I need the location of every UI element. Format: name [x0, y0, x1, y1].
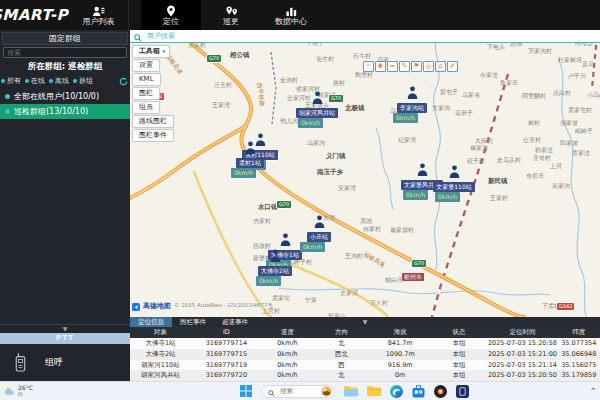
table-cell: 1090.7m	[370, 349, 431, 360]
table-cell: 0km/h	[262, 338, 314, 349]
filter-2[interactable]: 离线	[49, 76, 69, 86]
user-marker[interactable]: 大佛寺2站0km/h	[252, 247, 298, 286]
map-place-label: 新民镇	[488, 178, 508, 184]
search-icon	[268, 382, 275, 400]
column-header: 对象	[130, 327, 191, 338]
marker-speed: 0km/h	[231, 168, 256, 178]
filter-3[interactable]: 群组	[73, 76, 93, 86]
windows-start-button[interactable]	[240, 385, 252, 397]
toolbox-title-button[interactable]: 工具箱 ▾	[132, 45, 170, 58]
panel-tab-0[interactable]: 定位信息	[130, 317, 172, 327]
sidebar-search-input[interactable]	[3, 47, 127, 58]
marker-name: 李家沟站	[397, 103, 427, 113]
polyline-icon[interactable]: ≈	[387, 61, 398, 72]
map-place-label: 小乌山	[587, 92, 600, 98]
toolbox-item-1[interactable]: KML	[132, 73, 161, 86]
ptt-button[interactable]: PTT	[0, 333, 130, 344]
taskbar-app-icons	[344, 385, 469, 398]
map-place-label: 水口镇	[258, 204, 278, 210]
table-header: 对象ID速度方向海拔状态定位时间纬度	[130, 327, 600, 338]
user-marker[interactable]: 胡家河风井站0km/h	[294, 89, 340, 128]
map-place-label: 柴家湾	[470, 145, 488, 151]
road-shield: G70	[206, 54, 222, 63]
user-marker[interactable]: 李家沟站0km/h	[389, 84, 435, 123]
map-place-label: 王家湾	[212, 102, 230, 108]
polygon-fence-icon[interactable]: ⌂	[435, 61, 446, 72]
map-place-label: 何家村	[363, 226, 381, 232]
taskbar-search-input[interactable]	[278, 386, 318, 396]
table-cell: 0km/h	[262, 370, 314, 381]
table-cell: 大佛寺1站	[130, 338, 191, 349]
table-cell: 大佛寺2站	[130, 349, 191, 360]
settings-flower-icon[interactable]: ❀	[375, 61, 386, 72]
map-place-label: 吉家村	[253, 218, 271, 224]
measure-icon[interactable]: ✐	[447, 61, 458, 72]
map-attribution: 高德地图 © 2025 AutoNavi - GS(2023)4677号	[132, 296, 273, 315]
nav-tab-datacenter[interactable]: 数据中心	[261, 0, 321, 30]
map-canvas[interactable]: 乐头村下塔子毛生村石牛村启家下电头西湖万家沟村阿母山杜家树塔直乌卢子川相公镇汪玉…	[130, 30, 600, 317]
map-place-label: 树村	[528, 120, 540, 126]
taskbar-search-box[interactable]	[261, 385, 335, 398]
map-place-label: 峪峙子	[575, 128, 593, 134]
map-search-bar	[130, 30, 600, 43]
road-shield: G70	[411, 259, 427, 268]
flag-icon[interactable]: ⚑	[411, 61, 422, 72]
map-place-label: 杜家树塔	[558, 57, 582, 63]
table-row[interactable]: 大佛寺2站31697797150km/h西北1090.7m本组2025-07-0…	[130, 349, 600, 360]
filter-label: 所有	[7, 76, 21, 86]
amap-logo-icon	[132, 296, 140, 315]
store-icon[interactable]	[412, 385, 425, 398]
marker-speed: 0km/h	[435, 192, 460, 202]
filter-1[interactable]: 在线	[25, 76, 45, 86]
user-search-input[interactable]	[145, 31, 596, 41]
user-marker[interactable]: 小庄站0km/h	[296, 213, 342, 252]
table-cell: 本组	[431, 360, 487, 371]
table-cell: 北	[313, 370, 369, 381]
toolbox-item-0[interactable]: 设置	[132, 59, 160, 72]
map-place-label: 乌家省	[462, 92, 480, 98]
ptt-collapse-arrow[interactable]: ▼	[0, 325, 130, 333]
draw-pen-icon[interactable]: ✎	[399, 61, 410, 72]
nav-tab-label: 数据中心	[275, 18, 307, 26]
group-list-item[interactable]: 全部在线用户(10/10/0)	[0, 89, 130, 104]
pan-hand-icon[interactable]: ☜	[363, 61, 374, 72]
table-row[interactable]: 大佛寺1站31697797140km/h北841.7m本组2025-07-03 …	[130, 338, 600, 349]
filter-0[interactable]: 所有	[1, 76, 21, 86]
ptt-app-icon[interactable]	[456, 385, 469, 398]
table-row[interactable]: 胡家河110站31697797190km/h西916.9m本组2025-07-0…	[130, 360, 600, 371]
player-icon[interactable]	[434, 385, 447, 398]
folder-icon[interactable]	[367, 385, 381, 397]
map-copyright: © 2025 AutoNavi - GS(2023)4677号	[174, 302, 273, 309]
map-place-label: 下电头	[487, 44, 505, 50]
marker-speed: 0km/h	[393, 113, 418, 123]
toolbox-item-3[interactable]: 组员	[132, 101, 160, 114]
fixed-groups-header: 固定群组	[2, 32, 128, 45]
marker-name: 小庄站	[307, 232, 331, 242]
panel-tab-1[interactable]: 围栏事件	[172, 317, 214, 327]
sidebar-bottom: ▼ PTT 组呼	[0, 324, 130, 381]
nav-tab-users[interactable]: 用户列表	[69, 0, 129, 30]
taskbar-weather[interactable]: 26°C 晴	[4, 382, 33, 400]
datacenter-icon	[285, 5, 298, 17]
map-place-label: 万人村	[370, 300, 388, 306]
refresh-icon[interactable]	[119, 77, 128, 86]
group-list-item[interactable]: 巡检群组(13/10/10)	[0, 104, 130, 119]
nav-tab-locate[interactable]: 定位	[141, 0, 201, 30]
panel-tab-2[interactable]: 超速事件	[214, 317, 256, 327]
group-call-row[interactable]: 组呼	[0, 344, 130, 381]
user-marker[interactable]: 孟村1站0km/h	[227, 139, 273, 178]
panel-collapse-arrow[interactable]: ▼	[363, 317, 368, 327]
table-row[interactable]: 胡家河风井站31697797200km/h北0m本组2025-07-03 15:…	[130, 370, 600, 381]
toolbox-item-5[interactable]: 围栏事件	[132, 129, 174, 142]
map-place-label: 石牛村	[353, 53, 371, 59]
map-place-label: 义门镇	[326, 153, 346, 159]
toolbox-item-4[interactable]: 路线围栏	[132, 115, 174, 128]
map-place-label: 湖家坡	[560, 120, 578, 126]
edge-icon[interactable]	[390, 385, 403, 398]
circle-fence-icon[interactable]: ◎	[423, 61, 434, 72]
nav-tab-patrol[interactable]: 巡更	[201, 0, 261, 30]
user-marker[interactable]: 文家堡110站0km/h	[431, 163, 477, 202]
file-explorer-icon[interactable]	[344, 385, 358, 397]
toolbox-item-2[interactable]: 围栏	[132, 87, 160, 100]
tray-expand-chevron[interactable]: ^	[590, 387, 596, 395]
